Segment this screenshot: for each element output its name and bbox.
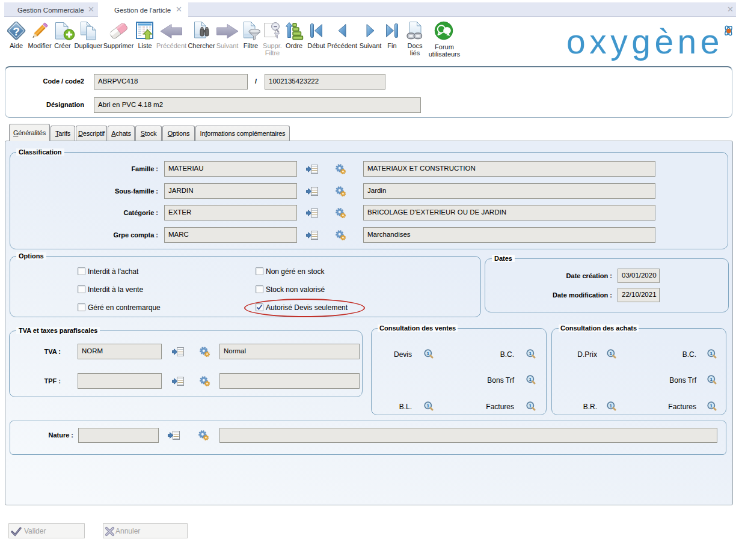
svg-text:1: 1 <box>710 351 713 356</box>
svg-text:1: 1 <box>529 377 532 382</box>
svg-text:1: 1 <box>427 351 430 356</box>
svg-text:1: 1 <box>427 403 430 409</box>
svg-text:1: 1 <box>529 351 532 356</box>
svg-text:1: 1 <box>529 403 532 409</box>
svg-text:1: 1 <box>710 377 713 382</box>
svg-text:1: 1 <box>710 403 713 409</box>
svg-text:1: 1 <box>610 403 613 409</box>
svg-text:1: 1 <box>610 351 613 356</box>
